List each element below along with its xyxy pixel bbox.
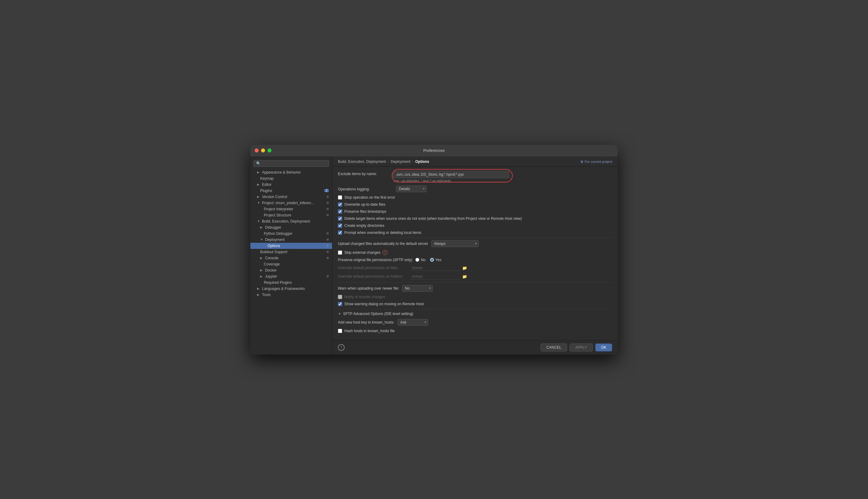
warn-select[interactable]: No Yes (402, 285, 433, 292)
skip-external-checkbox[interactable] (338, 251, 342, 255)
settings-icon: ⚙ (326, 232, 329, 235)
sidebar-item-appearance[interactable]: ▶ Appearance & Behavior (250, 169, 332, 175)
sidebar-item-deployment[interactable]: ▼ Deployment ⚙ (250, 236, 332, 243)
sidebar-item-label: Build, Execution, Deployment (262, 219, 310, 223)
divider-1 (338, 238, 612, 238)
for-project-badge: 🖥 For current project (580, 160, 612, 163)
help-button[interactable]: ? (338, 344, 345, 351)
sidebar-item-label: Debugger (265, 225, 281, 230)
exclude-input[interactable] (393, 171, 509, 178)
sidebar-item-keymap[interactable]: Keymap (250, 175, 332, 182)
sidebar-item-buildout[interactable]: Buildout Support ⚙ (250, 249, 332, 255)
sidebar-item-label: Languages & Frameworks (262, 287, 305, 291)
sidebar-item-project-structure[interactable]: Project Structure ⚙ (250, 212, 332, 218)
radio-no[interactable] (415, 258, 419, 262)
sidebar-item-label: Buildout Support (260, 250, 287, 254)
sidebar-item-label: Project Interpreter (264, 207, 293, 211)
preferences-window: Preferences ▶ Appearance & Behavior Keym… (250, 145, 618, 354)
sidebar-item-options[interactable]: Options ⚙ (250, 243, 332, 249)
settings-icon: ⚙ (326, 256, 329, 259)
override-files-input (411, 265, 460, 271)
folder-icon-2[interactable]: 📁 (462, 274, 467, 279)
breadcrumb: Build, Execution, Deployment › Deploymen… (338, 159, 612, 164)
sidebar-item-label: Deployment (265, 238, 285, 242)
override-folders-input (411, 274, 460, 280)
sidebar-item-tools[interactable]: ▶ Tools (250, 292, 332, 298)
overwrite-label[interactable]: Overwrite up-to-date files (344, 202, 385, 207)
chevron-right-icon: ▶ (257, 195, 261, 198)
chevron-right-icon: ▶ (257, 171, 261, 174)
plugins-badge: 2 (324, 189, 329, 192)
hash-hosts-label[interactable]: Hash hosts in known_hosts file (344, 329, 395, 333)
apply-button[interactable]: APPLY (570, 343, 593, 351)
hash-hosts-checkbox[interactable] (338, 329, 342, 333)
search-input[interactable] (253, 160, 329, 167)
settings-icon: ⚙ (326, 195, 329, 198)
notify-remote-checkbox[interactable] (338, 295, 342, 299)
sidebar-item-version-control[interactable]: ▶ Version Control ⚙ (250, 194, 332, 200)
stop-on-error-checkbox[interactable] (338, 195, 342, 199)
sidebar-item-languages[interactable]: ▶ Languages & Frameworks (250, 285, 332, 292)
delete-target-checkbox[interactable] (338, 217, 342, 221)
preserve-timestamps-label[interactable]: Preserve files timestamps (344, 209, 386, 214)
prompt-overwrite-checkbox[interactable] (338, 231, 342, 235)
stop-on-error-row: Stop operation on the first error (338, 195, 612, 199)
sidebar-item-coverage[interactable]: Coverage (250, 261, 332, 267)
prompt-overwrite-label[interactable]: Prompt when overwriting or deleting loca… (344, 231, 421, 235)
sidebar-item-required-plugins[interactable]: Required Plugins (250, 280, 332, 285)
radio-yes-item: Yes (430, 258, 442, 262)
chevron-right-icon: ▶ (257, 183, 261, 186)
ops-logging-label: Operations logging: (338, 186, 393, 191)
sidebar-item-project[interactable]: ▼ Project: churn_predict_inferen... ⚙ (250, 200, 332, 206)
show-warning-checkbox[interactable] (338, 302, 342, 306)
sidebar-item-debugger[interactable]: ▶ Debugger (250, 224, 332, 231)
for-project-label: For current project (585, 160, 612, 163)
sidebar-item-label: Plugins (260, 188, 272, 193)
overwrite-checkbox[interactable] (338, 202, 342, 207)
create-dirs-checkbox[interactable] (338, 223, 342, 228)
upload-label: Upload changed files automatically to th… (338, 242, 428, 246)
upload-select[interactable]: Always Never On explicit save action (431, 240, 479, 247)
delete-target-label[interactable]: Delete target items when source ones do … (344, 217, 522, 221)
delete-target-row: Delete target items when source ones do … (338, 217, 612, 221)
ok-button[interactable]: OK (595, 343, 612, 351)
stop-on-error-label[interactable]: Stop operation on the first error (344, 195, 395, 199)
override-folders-label: Override default permissions on folders: (338, 274, 408, 279)
titlebar: Preferences (250, 145, 618, 156)
sidebar-item-build-exec[interactable]: ▼ Build, Execution, Deployment (250, 218, 332, 224)
sidebar-item-console[interactable]: ▶ Console ⚙ (250, 255, 332, 261)
create-dirs-label[interactable]: Create empty directories (344, 223, 384, 228)
breadcrumb-part2: Deployment (391, 159, 410, 164)
radio-no-label[interactable]: No (421, 258, 425, 262)
sidebar-item-docker[interactable]: ▶ Docker (250, 267, 332, 273)
prompt-overwrite-row: Prompt when overwriting or deleting loca… (338, 231, 612, 235)
sidebar-item-editor[interactable]: ▶ Editor (250, 182, 332, 188)
cancel-button[interactable]: CANCEL (541, 343, 567, 351)
exclude-input-wrap (393, 171, 509, 178)
radio-yes[interactable] (430, 258, 434, 262)
ops-logging-select[interactable]: Details Summary None (396, 185, 427, 192)
info-icon[interactable]: i (383, 250, 387, 255)
skip-external-label[interactable]: Skip external changes (344, 251, 381, 255)
settings-content: Exclude items by name: use ; as delimite… (332, 167, 618, 340)
show-warning-label[interactable]: Show warning dialog on moving on Remote … (344, 302, 424, 306)
add-host-key-select[interactable]: Ask Yes No (398, 319, 428, 326)
panel-header: Build, Execution, Deployment › Deploymen… (332, 156, 618, 167)
sidebar-item-label: Python Debugger (264, 231, 292, 236)
sidebar-item-plugins[interactable]: Plugins 2 (250, 188, 332, 194)
divider-3 (338, 309, 612, 309)
close-button[interactable] (255, 148, 259, 153)
folder-icon[interactable]: 📁 (462, 266, 467, 270)
minimize-button[interactable] (261, 148, 265, 153)
override-folders-row: Override default permissions on folders:… (338, 274, 612, 280)
search-bar[interactable] (250, 159, 332, 169)
preserve-timestamps-checkbox[interactable] (338, 209, 342, 214)
override-files-row: Override default permissions on files: 📁 (338, 265, 612, 271)
create-dirs-row: Create empty directories (338, 223, 612, 228)
radio-yes-label[interactable]: Yes (435, 258, 442, 262)
sidebar-item-jupyter[interactable]: ▶ Jupyter ⚙ (250, 273, 332, 280)
maximize-button[interactable] (268, 148, 272, 153)
sidebar-item-python-debugger[interactable]: Python Debugger ⚙ (250, 231, 332, 236)
sidebar-item-project-interpreter[interactable]: Project Interpreter ⚙ (250, 206, 332, 212)
notify-remote-label[interactable]: Notify of remote changes (344, 295, 385, 299)
